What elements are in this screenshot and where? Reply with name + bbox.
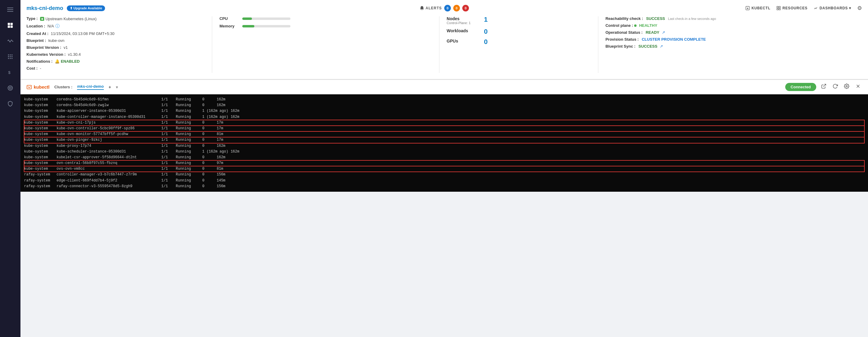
- alert-badge-blue[interactable]: 0: [444, 5, 451, 11]
- pod-name: kube-ovn-controller-5cbc98ff9f-spz86: [57, 126, 159, 132]
- pod-age: 162m: [230, 114, 239, 120]
- blueprint-value: kube-ovn: [49, 38, 64, 43]
- blueprint-version-row: Blueprint Version : v1: [27, 45, 197, 50]
- provision-row: Provision Status : CLUSTER PROVISION COM…: [606, 37, 862, 41]
- pod-name: coredns-5b45d4c6d9-61fmn: [57, 97, 159, 103]
- svg-rect-23: [777, 8, 778, 10]
- table-row: kube-systemkube-controller-manager-insta…: [24, 114, 864, 120]
- svg-point-11: [10, 56, 10, 57]
- created-value: 11/15/2024, 03:13:08 PM GMT+5:30: [51, 31, 114, 36]
- nodes-stat: Nodes Control-Plane: 1 1: [447, 16, 584, 25]
- pod-namespace: rafay-system: [24, 172, 54, 177]
- pod-status: Running: [176, 172, 200, 177]
- kubectl-dropdown-icon[interactable]: ▾: [116, 85, 118, 89]
- table-row: kube-systemkube-ovn-pinger-9zkcj1/1Runni…: [24, 137, 864, 143]
- operational-external-icon[interactable]: ↗: [662, 30, 665, 35]
- svg-rect-22: [779, 6, 780, 8]
- cluster-panel: mks-cni-demo ⬆ Upgrade Available ALERTS …: [21, 0, 868, 79]
- toolbar-resources[interactable]: RESOURCES: [776, 6, 807, 10]
- pod-ready: 1/1: [161, 143, 173, 149]
- svg-point-18: [9, 87, 11, 89]
- table-row: kube-systemkube-scheduler-instance-05300…: [24, 149, 864, 155]
- pod-name: kube-ovn-cni-17pjs: [57, 120, 159, 126]
- external-link-button[interactable]: [820, 82, 828, 92]
- alert-badge-red[interactable]: 0: [462, 5, 469, 11]
- status-col: Reachability check : SUCCESS Last check-…: [606, 16, 862, 73]
- pod-status: Running: [176, 132, 200, 137]
- sidebar-shield-icon[interactable]: [4, 98, 16, 110]
- connected-button[interactable]: Connected: [785, 83, 816, 91]
- table-row: kube-systemovn-central-56b8f97c55-fbznq1…: [24, 160, 864, 166]
- table-row: kube-systemkube-apiserver-instance-05300…: [24, 108, 864, 114]
- sidebar-menu-icon[interactable]: [4, 4, 16, 16]
- pod-name: kube-controller-manager-instance-05300d3…: [57, 114, 159, 120]
- sidebar-grid-icon[interactable]: [4, 51, 16, 63]
- alert-badge-orange[interactable]: 0: [453, 5, 460, 11]
- pod-restarts: 1 (162m ago): [202, 114, 228, 120]
- pod-restarts: 0: [202, 178, 214, 184]
- memory-label: Memory: [219, 24, 238, 28]
- pod-status: Running: [176, 166, 200, 172]
- pod-status: Running: [176, 155, 200, 160]
- pod-age: 97m: [217, 160, 223, 166]
- workloads-stat: Workloads 0: [447, 28, 584, 35]
- svg-point-9: [11, 55, 12, 55]
- refresh-button[interactable]: [831, 82, 839, 92]
- pod-ready: 1/1: [161, 155, 173, 160]
- kubectl-settings-button[interactable]: [843, 82, 850, 92]
- table-row: kube-systemkube-ovn-cni-17pjs1/1Running0…: [24, 120, 864, 126]
- pod-ready: 1/1: [161, 160, 173, 166]
- pod-restarts: 0: [202, 155, 214, 160]
- pod-age: 81m: [217, 166, 223, 172]
- terminal[interactable]: kube-systemcoredns-5b45d4c6d9-61fmn1/1Ru…: [21, 94, 868, 192]
- svg-point-13: [8, 58, 9, 59]
- toolbar-dashboards[interactable]: DASHBOARDS ▾: [813, 6, 851, 10]
- pod-status: Running: [176, 108, 200, 114]
- svg-point-15: [11, 58, 12, 59]
- svg-rect-2: [7, 11, 13, 12]
- sidebar-waveform-icon[interactable]: [4, 35, 16, 47]
- pod-restarts: 0: [202, 120, 214, 126]
- pod-name: edge-client-669f4dd7b4-5j9f2: [57, 178, 159, 184]
- info-col: Type : ⎈ Upstream Kubernetes (Linux) Loc…: [27, 16, 205, 73]
- kubectl-active-cluster[interactable]: mks-cni-demo: [77, 84, 103, 90]
- k8s-version-row: Kubernetes Version : v1.30.4: [27, 52, 197, 57]
- settings-icon[interactable]: ⚙: [857, 5, 862, 11]
- pod-status: Running: [176, 97, 200, 103]
- table-row: rafay-systemedge-client-669f4dd7b4-5j9f2…: [24, 178, 864, 184]
- sidebar-dashboard-icon[interactable]: [4, 19, 16, 31]
- sidebar-cost-icon[interactable]: $: [4, 66, 16, 78]
- blueprint-sync-value: SUCCESS: [638, 44, 657, 49]
- svg-point-27: [846, 86, 847, 87]
- sidebar-security-icon[interactable]: [4, 82, 16, 94]
- pod-name: coredns-5b45d4c6d9-zwglw: [57, 103, 159, 108]
- upgrade-badge[interactable]: ⬆ Upgrade Available: [67, 5, 105, 11]
- pod-restarts: 0: [202, 143, 214, 149]
- type-row: Type : ⎈ Upstream Kubernetes (Linux): [27, 16, 197, 21]
- reachability-row: Reachability check : SUCCESS Last check-…: [606, 16, 862, 21]
- pod-status: Running: [176, 160, 200, 166]
- svg-rect-21: [777, 6, 778, 8]
- pod-name: controller-manager-v3-b7c6b7447-z7r9m: [57, 172, 159, 177]
- pod-restarts: 0: [202, 126, 214, 132]
- svg-text:$: $: [8, 70, 10, 75]
- pod-age: 145m: [217, 178, 225, 184]
- pod-restarts: 0: [202, 97, 214, 103]
- kubectl-close-button[interactable]: [854, 82, 862, 92]
- workloads-value: 0: [484, 28, 488, 35]
- blueprint-sync-external-icon[interactable]: ↗: [660, 44, 663, 49]
- pod-namespace: kube-system: [24, 114, 54, 120]
- location-info-icon[interactable]: ⓘ: [55, 24, 60, 28]
- table-row: kube-systemkube-ovn-monitor-57747bff5f-p…: [24, 132, 864, 137]
- location-value: N/A: [48, 24, 54, 28]
- toolbar-kubectl[interactable]: KUBECTL: [745, 6, 771, 10]
- svg-point-17: [8, 86, 13, 90]
- kubectl-plus-btn[interactable]: +: [108, 85, 111, 89]
- pod-ready: 1/1: [161, 172, 173, 177]
- control-plane-row: Control plane : HEALTHY: [606, 23, 862, 28]
- stats-col: Nodes Control-Plane: 1 1 Workloads 0 GPU…: [447, 16, 591, 73]
- pod-namespace: kube-system: [24, 166, 54, 172]
- pod-restarts: 0: [202, 137, 214, 143]
- table-row: kube-systemkube-ovn-controller-5cbc98ff9…: [24, 126, 864, 132]
- pod-status: Running: [176, 143, 200, 149]
